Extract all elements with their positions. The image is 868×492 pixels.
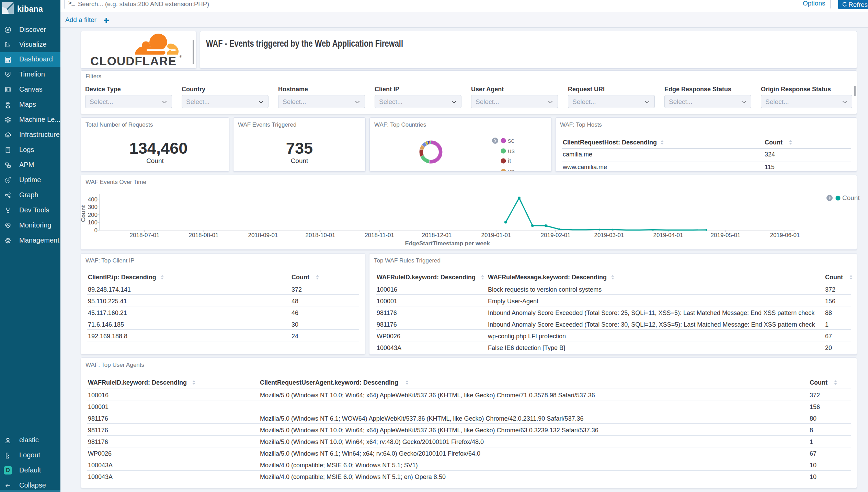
svg-text:®: ®: [180, 55, 182, 58]
svg-text:CLOUDFLARE: CLOUDFLARE: [90, 54, 176, 68]
